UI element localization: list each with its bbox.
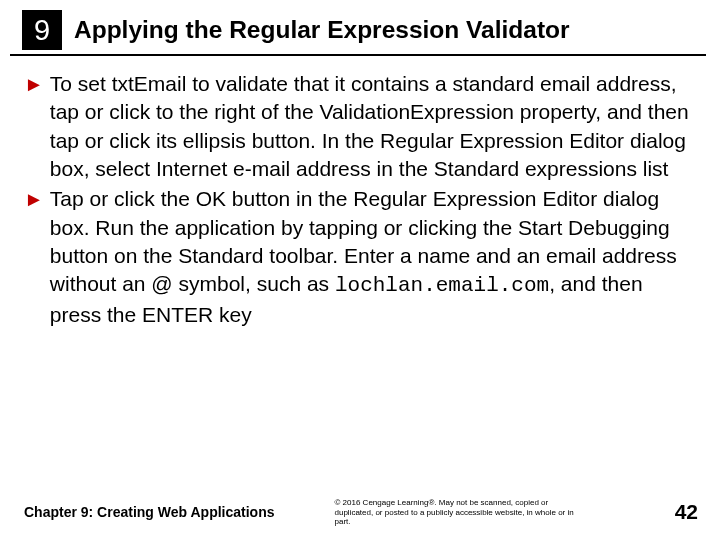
slide-body: ► To set txtEmail to validate that it co… xyxy=(0,56,720,329)
slide-header: 9 Applying the Regular Expression Valida… xyxy=(10,0,706,56)
bullet-item: ► Tap or click the OK button in the Regu… xyxy=(24,185,696,329)
bullet-code-sample: lochlan.email.com xyxy=(335,274,549,297)
bullet-item: ► To set txtEmail to validate that it co… xyxy=(24,70,696,183)
bullet-text-pre: To set txtEmail to validate that it cont… xyxy=(50,72,689,180)
chapter-number-box: 9 xyxy=(22,10,62,50)
bullet-arrow-icon: ► xyxy=(24,185,44,213)
footer-chapter-label: Chapter 9: Creating Web Applications xyxy=(24,504,274,520)
footer-copyright: © 2016 Cengage Learning®. May not be sca… xyxy=(314,498,584,526)
bullet-text: Tap or click the OK button in the Regula… xyxy=(50,185,696,329)
footer-page-number: 42 xyxy=(675,500,698,524)
bullet-text: To set txtEmail to validate that it cont… xyxy=(50,70,696,183)
slide: 9 Applying the Regular Expression Valida… xyxy=(0,0,720,540)
slide-footer: Chapter 9: Creating Web Applications © 2… xyxy=(0,498,720,526)
slide-title: Applying the Regular Expression Validato… xyxy=(74,17,570,44)
bullet-arrow-icon: ► xyxy=(24,70,44,98)
